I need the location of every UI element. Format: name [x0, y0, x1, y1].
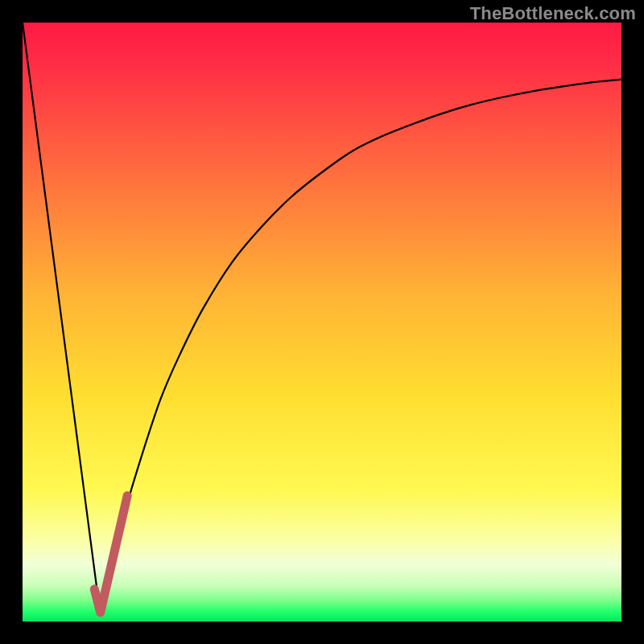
watermark-text: TheBottleneck.com [470, 3, 636, 24]
plot-area [23, 23, 621, 621]
left-line-path [23, 23, 101, 616]
curves-layer [23, 23, 621, 621]
right-curve-path [101, 80, 621, 616]
chart-frame: TheBottleneck.com [0, 0, 644, 644]
pink-tick-path [94, 496, 127, 613]
